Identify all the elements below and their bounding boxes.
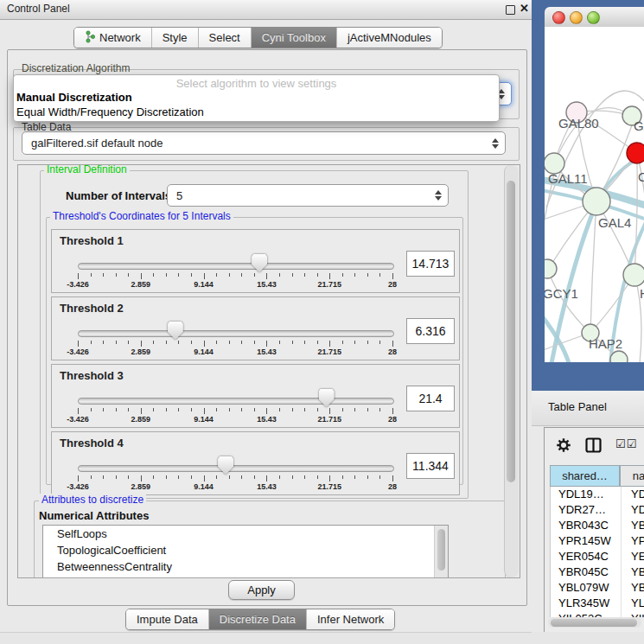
slider-tick <box>178 475 179 479</box>
checkboxes-icon[interactable]: ☑☑ <box>615 437 637 450</box>
slider-tick <box>78 408 79 414</box>
scrollbar-thumb[interactable] <box>551 619 637 627</box>
slider-track[interactable] <box>78 263 394 270</box>
network-node-green[interactable] <box>583 188 610 215</box>
slider-track[interactable] <box>78 398 394 405</box>
slider-tick <box>229 273 230 277</box>
slider-tick-label: 21.715 <box>317 482 341 491</box>
column-divider <box>621 549 622 564</box>
close-icon[interactable]: ✕ <box>520 2 529 15</box>
number-of-intervals-combobox[interactable]: 5 <box>167 184 449 207</box>
list-item[interactable]: SelfLoops <box>43 526 448 542</box>
tab-label: Cyni Toolbox <box>262 31 326 44</box>
network-node-green[interactable] <box>610 351 628 362</box>
table-row[interactable]: YBR043CYBR0 <box>551 518 644 533</box>
table-data-combobox[interactable]: galFiltered.sif default node <box>22 131 506 155</box>
table-horizontal-scrollbar[interactable] <box>548 617 641 628</box>
slider-thumb-shape <box>252 254 267 272</box>
tab-select[interactable]: Select <box>199 28 252 48</box>
split-columns-icon[interactable] <box>585 437 602 453</box>
scrollbar-thumb[interactable] <box>437 529 445 571</box>
number-of-intervals-label: Number of Intervals <box>66 189 171 202</box>
slider-thumb-shape <box>218 456 233 475</box>
slider-track[interactable] <box>78 465 394 472</box>
tab-infer-network[interactable]: Infer Network <box>307 609 394 629</box>
gear-icon[interactable] <box>556 437 571 453</box>
tab-discretize-data[interactable]: Discretize Data <box>209 609 307 629</box>
tab-network[interactable]: Network <box>74 28 152 48</box>
slider-tick <box>392 273 393 279</box>
cell-shared-name: YPR145W <box>558 534 611 547</box>
slider-thumb[interactable] <box>319 389 335 407</box>
tab-impute-data[interactable]: Impute Data <box>126 609 209 629</box>
slider-thumb[interactable] <box>252 254 267 272</box>
slider-tick <box>367 273 368 277</box>
table-row[interactable]: YBR045CYBR0 <box>551 564 644 580</box>
list-item[interactable]: BetweennessCentrality <box>43 558 448 575</box>
thresholds-group-title: Threshold's Coordinates for 5 Intervals <box>50 210 233 222</box>
slider-tick <box>216 475 217 479</box>
table-row[interactable]: YPR145WYPR1 <box>551 533 644 549</box>
list-scrollbar[interactable] <box>434 526 448 577</box>
slider-track[interactable] <box>78 330 394 337</box>
network-edge[interactable] <box>547 269 590 333</box>
slider-thumb[interactable] <box>168 322 183 340</box>
close-light[interactable] <box>552 11 565 24</box>
network-node-green[interactable] <box>623 264 644 286</box>
slider-tick <box>241 475 242 479</box>
network-window-titlebar[interactable] <box>545 7 644 28</box>
network-node-label: GAL4 <box>598 215 631 230</box>
threshold-value-field[interactable]: 11.344 <box>406 453 455 479</box>
popup-item-manual[interactable]: Manual Discretization <box>16 91 132 104</box>
table-row[interactable]: YDL19…YDL1 <box>551 487 644 502</box>
table-row[interactable]: YIL052CYIL0 <box>551 611 644 617</box>
table-row[interactable]: YER054CYER0 <box>551 549 644 564</box>
slider-tick <box>241 273 242 277</box>
slider-tick <box>216 408 217 411</box>
tab-jactivemnodules[interactable]: jActiveMNodules <box>337 28 442 48</box>
slider-tick-label: 2.859 <box>131 280 151 289</box>
slider-tick <box>292 408 293 411</box>
slider-tick <box>367 341 368 344</box>
algorithm-popup: Select algorithm to view settings Manual… <box>13 74 500 122</box>
slider-tick <box>103 475 104 479</box>
settings-vertical-scrollbar[interactable] <box>504 165 519 577</box>
column-divider <box>621 564 622 580</box>
table-row[interactable]: YLR345WYLR3 <box>551 596 644 611</box>
tab-cyni-toolbox[interactable]: Cyni Toolbox <box>252 28 337 48</box>
threshold-value-field[interactable]: 14.713 <box>406 251 455 277</box>
list-item[interactable]: TopologicalCoefficient <box>43 542 448 558</box>
number-of-intervals-value: 5 <box>168 189 434 202</box>
zoom-light[interactable] <box>587 11 600 24</box>
tab-style[interactable]: Style <box>152 28 199 48</box>
network-node-label: HAP2 <box>589 336 622 351</box>
numerical-attributes-list[interactable]: SelfLoopsTopologicalCoefficientBetweenne… <box>42 525 449 578</box>
network-node-red[interactable] <box>627 143 644 163</box>
table-row[interactable]: YBL079WYBL0 <box>551 580 644 596</box>
apply-button[interactable]: Apply <box>228 580 295 600</box>
slider-tick <box>91 408 92 411</box>
slider-tick <box>91 273 92 277</box>
cell-shared-name: YBR045C <box>558 565 609 578</box>
threshold-value-field[interactable]: 6.316 <box>406 318 455 344</box>
column-header-shared[interactable]: shared… <box>550 465 620 487</box>
slider-thumb[interactable] <box>218 456 233 475</box>
popup-item-equal-width[interactable]: Equal Width/Frequency Discretization <box>16 105 204 118</box>
float-window-icon[interactable] <box>506 5 515 15</box>
slider-tick <box>392 341 393 347</box>
column-header-name[interactable]: name <box>620 465 644 487</box>
slider-tick <box>254 408 255 411</box>
cell-name: YDL1 <box>631 488 644 501</box>
slider-tick <box>367 408 368 411</box>
network-graph[interactable]: GAL80GAGAL11CGAL4GCY1HHAP2 <box>545 27 644 362</box>
scrollbar-thumb[interactable] <box>507 181 515 482</box>
table-row[interactable]: YDR27…YDR2 <box>551 502 644 518</box>
slider-tick <box>317 273 318 277</box>
slider-tick <box>153 475 154 479</box>
slider-tick-label: 21.715 <box>317 280 341 289</box>
minimize-light[interactable] <box>570 11 583 24</box>
network-edge[interactable] <box>634 164 637 275</box>
network-node-green[interactable] <box>545 259 557 278</box>
slider-tick <box>178 408 179 411</box>
threshold-value-field[interactable]: 21.4 <box>406 386 455 411</box>
